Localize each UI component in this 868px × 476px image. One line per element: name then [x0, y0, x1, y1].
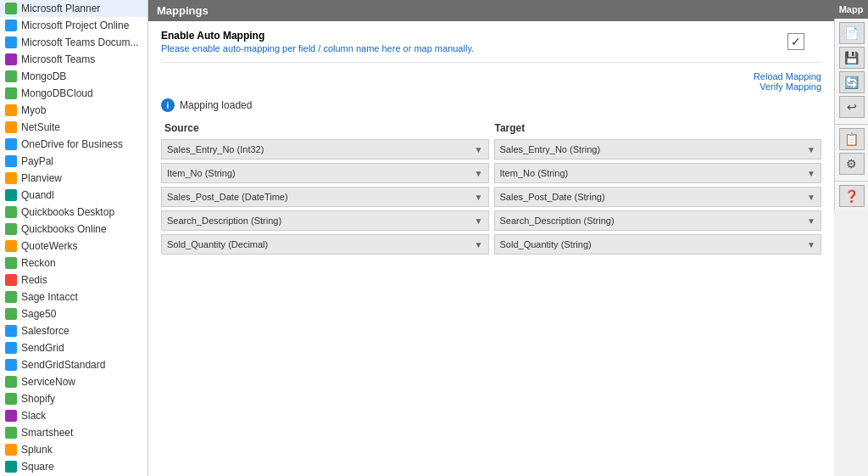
sidebar-item[interactable]: Redis [0, 272, 147, 288]
sidebar-item-icon [5, 257, 17, 269]
sidebar-item-label: Slack [21, 410, 46, 422]
main-header: Mappings [148, 0, 834, 21]
target-select[interactable]: Search_Description (String)▼ [494, 210, 822, 231]
source-select[interactable]: Item_No (String)▼ [161, 163, 489, 183]
sidebar-item[interactable]: ServiceNow [0, 373, 147, 390]
sidebar-item-label: NetSuite [21, 121, 60, 133]
chevron-icon: ▼ [807, 193, 815, 202]
reload-mapping-link[interactable]: Reload Mapping [161, 71, 821, 81]
target-select[interactable]: Sales_Post_Date (String)▼ [494, 187, 822, 207]
sidebar-item[interactable]: Microsoft Teams [0, 51, 147, 68]
target-column-header: Target [492, 120, 822, 136]
mapping-links: Reload Mapping Verify Mapping [161, 71, 821, 92]
sidebar-item[interactable]: Reckon [0, 255, 147, 272]
verify-mapping-link[interactable]: Verify Mapping [161, 81, 821, 92]
auto-mapping-text: Enable Auto Mapping Please enable auto-m… [161, 30, 787, 53]
sidebar-item[interactable]: Microsoft Teams Docum... [0, 34, 147, 51]
mapping-row: Sales_Entry_No (Int32)▼Sales_Entry_No (S… [161, 139, 821, 160]
sidebar-item[interactable]: Square [0, 458, 147, 475]
sidebar-item-label: Microsoft Planner [21, 3, 100, 14]
sidebar-item-icon [5, 3, 17, 14]
sidebar-item[interactable]: Myob [0, 102, 147, 119]
sidebar-item-label: QuoteWerks [21, 240, 77, 252]
sidebar-item[interactable]: MongoDB [0, 68, 147, 85]
sidebar-item[interactable]: MongoDBCloud [0, 85, 147, 102]
sidebar-item[interactable]: SendGridStandard [0, 356, 147, 373]
info-icon: i [161, 98, 175, 112]
mapping-row: Search_Description (String)▼Search_Descr… [161, 210, 821, 231]
sidebar-item[interactable]: Sage50 [0, 305, 147, 322]
sidebar-item-label: Smartsheet [21, 427, 73, 439]
right-panel-button[interactable]: 📋 [839, 128, 865, 150]
right-panel-header: Mapp [834, 0, 868, 19]
auto-mapping-section: Enable Auto Mapping Please enable auto-m… [161, 30, 821, 63]
sidebar-item-label: Quickbooks Online [21, 223, 107, 235]
right-panel-button[interactable]: 📄 [839, 22, 865, 44]
right-panel-button[interactable]: ↩ [839, 96, 865, 118]
chevron-icon: ▼ [807, 169, 815, 178]
sidebar-item[interactable]: Quickbooks Desktop [0, 204, 147, 221]
sidebar-item-label: MongoDB [21, 70, 66, 82]
sidebar-item-label: PayPal [21, 155, 53, 167]
auto-mapping-checkbox[interactable]: ✓ [787, 33, 804, 50]
sidebar-item-label: Microsoft Project Online [21, 20, 129, 31]
sidebar-item-label: SendGrid [21, 342, 64, 354]
sidebar-item[interactable]: Shopify [0, 390, 147, 407]
source-select[interactable]: Sales_Entry_No (Int32)▼ [161, 139, 489, 160]
sidebar-item[interactable]: Slack [0, 407, 147, 424]
sidebar-item[interactable]: Microsoft Project Online [0, 17, 147, 34]
sidebar-item-label: Reckon [21, 257, 56, 269]
right-panel-button[interactable]: 💾 [839, 47, 865, 69]
chevron-icon: ▼ [475, 216, 483, 226]
sidebar-item-icon [5, 172, 17, 184]
sidebar-item-label: Sage Intacct [21, 291, 78, 303]
sidebar-item[interactable]: Planview [0, 170, 147, 187]
sidebar-item-label: MongoDBCloud [21, 87, 93, 99]
sidebar-item-icon [5, 206, 17, 218]
sidebar-item[interactable]: Smartsheet [0, 424, 147, 441]
chevron-icon: ▼ [807, 216, 815, 226]
sidebar-item[interactable]: Sage Intacct [0, 288, 147, 305]
sidebar-item-icon [5, 70, 17, 82]
right-panel-button[interactable]: ❓ [839, 185, 865, 207]
sidebar-item[interactable]: Salesforce [0, 322, 147, 339]
target-select[interactable]: Item_No (String)▼ [494, 163, 822, 183]
mapping-status-text: Mapping loaded [180, 99, 252, 111]
sidebar-item-label: Square [21, 461, 54, 473]
right-panel-button[interactable]: ⚙ [839, 153, 865, 175]
auto-mapping-desc: Please enable auto-mapping per field / c… [161, 43, 787, 53]
source-select[interactable]: Sales_Post_Date (DateTime)▼ [161, 187, 489, 207]
sidebar-item[interactable]: PayPal [0, 153, 147, 170]
source-select[interactable]: Sold_Quantity (Decimal)▼ [161, 234, 489, 255]
sidebar-item-icon [5, 155, 17, 167]
sidebar-item[interactable]: Microsoft Planner [0, 0, 147, 17]
mapping-table: Source Target Sales_Entry_No (Int32)▼Sal… [161, 120, 821, 255]
sidebar: Microsoft PlannerMicrosoft Project Onlin… [0, 0, 148, 476]
sidebar-item-label: Planview [21, 172, 62, 184]
sidebar-item-icon [5, 325, 17, 337]
sidebar-item-icon [5, 138, 17, 150]
sidebar-item[interactable]: SendGrid [0, 339, 147, 356]
sidebar-item-icon [5, 376, 17, 388]
mapping-row: Sales_Post_Date (DateTime)▼Sales_Post_Da… [161, 187, 821, 207]
source-select[interactable]: Search_Description (String)▼ [161, 210, 489, 231]
sidebar-item[interactable]: NetSuite [0, 119, 147, 136]
sidebar-item-label: Shopify [21, 393, 55, 405]
sidebar-item[interactable]: OneDrive for Business [0, 136, 147, 153]
right-panel-container: Mapp 📄💾🔄↩📋⚙❓ [834, 0, 868, 476]
sidebar-item[interactable]: Quandl [0, 187, 147, 204]
sidebar-item[interactable]: QuoteWerks [0, 238, 147, 255]
sidebar-item-icon [5, 189, 17, 201]
right-panel-button[interactable]: 🔄 [839, 71, 865, 93]
sidebar-item-icon [5, 308, 17, 320]
target-select[interactable]: Sales_Entry_No (String)▼ [494, 139, 822, 160]
sidebar-item-label: Sage50 [21, 308, 56, 320]
target-select[interactable]: Sold_Quantity (String)▼ [494, 234, 822, 255]
sidebar-item[interactable]: Splunk [0, 441, 147, 458]
sidebar-item-label: Microsoft Teams [21, 53, 95, 65]
sidebar-item-icon [5, 359, 17, 371]
main-panel: Mappings Enable Auto Mapping Please enab… [148, 0, 834, 476]
right-panel-separator [835, 124, 868, 125]
sidebar-item-label: Microsoft Teams Docum... [21, 36, 138, 48]
sidebar-item[interactable]: Quickbooks Online [0, 221, 147, 238]
